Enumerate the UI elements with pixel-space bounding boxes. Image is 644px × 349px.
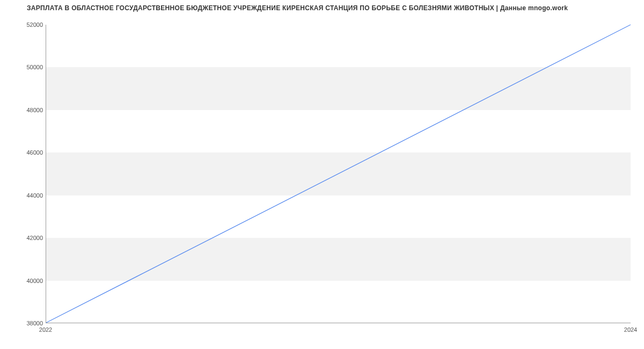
y-tick-label: 52000 — [11, 21, 43, 28]
y-tick-label: 46000 — [11, 149, 43, 156]
y-tick-label: 40000 — [11, 278, 43, 284]
plot-area — [46, 25, 631, 323]
chart-title: ЗАРПЛАТА В ОБЛАСТНОЕ ГОСУДАРСТВЕННОЕ БЮД… — [27, 4, 568, 12]
y-tick-label: 50000 — [11, 64, 43, 70]
x-tick-label: 2024 — [624, 326, 637, 333]
y-tick-label: 44000 — [11, 192, 43, 199]
data-line — [46, 25, 631, 323]
y-tick-label: 42000 — [11, 235, 43, 241]
y-tick-label: 38000 — [11, 320, 43, 326]
line-layer — [46, 25, 631, 323]
x-tick-label: 2022 — [39, 326, 52, 333]
salary-line-chart: ЗАРПЛАТА В ОБЛАСТНОЕ ГОСУДАРСТВЕННОЕ БЮД… — [0, 0, 644, 349]
y-tick-label: 48000 — [11, 107, 43, 113]
